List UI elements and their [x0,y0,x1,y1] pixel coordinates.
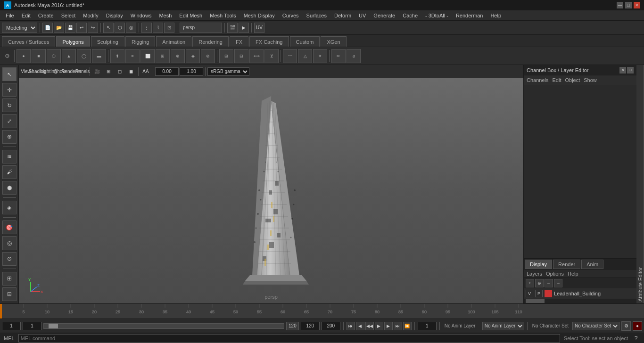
shelf-cube-icon[interactable]: ■ [32,49,46,63]
show-link[interactable]: Show [584,77,597,83]
auto-key-button[interactable]: ● [633,321,642,331]
shelf-reduce-icon[interactable]: △ [298,49,312,63]
shelf-combine-icon[interactable]: ⊞ [219,49,233,63]
paint-button-lt[interactable]: 🖌 [2,165,17,179]
shelf-cylinder-icon[interactable]: ⬡ [47,49,61,63]
snap-point-button[interactable]: ⊡ [164,23,174,33]
tab-sculpting[interactable]: Sculpting [91,36,124,47]
shelf-insert-icon[interactable]: ⊞ [156,49,170,63]
channel-box-close-icon[interactable]: ✕ [619,67,626,74]
current-frame-input[interactable] [2,322,21,330]
render-button[interactable]: 🎬 [227,23,238,33]
remove-from-layer-button[interactable]: → [554,279,562,287]
shelf-bridge-icon[interactable]: ≡ [125,49,140,63]
no-live-surface-button[interactable]: persp [180,23,222,33]
shelf-sculpt-icon[interactable]: ✏ [331,49,346,63]
menu-item-deform[interactable]: Deform [330,10,355,21]
menu-item-mesh[interactable]: Mesh [155,10,175,21]
char-set-selector[interactable]: No Character Set [572,322,619,330]
menu-item-select[interactable]: Select [58,10,80,21]
menu-item-modify[interactable]: Modify [79,10,102,21]
tab-fx-caching[interactable]: FX Caching [249,36,289,47]
tab-polygons[interactable]: Polygons [56,36,90,47]
mel-input[interactable] [18,334,560,343]
status-help-icon[interactable]: ? [632,334,640,343]
shelf-connect-icon[interactable]: ⊗ [201,49,215,63]
viewport-menu-panels[interactable]: Panels [77,66,88,77]
paint-button[interactable]: ◎ [126,23,136,33]
snap-together-button[interactable]: ⊟ [2,287,17,301]
menu-item-renderman[interactable]: Renderman [452,10,487,21]
shelf-separate-icon[interactable]: ⊟ [234,49,248,63]
attribute-editor-tab[interactable]: Attribute Editor [636,65,644,303]
shelf-relax-icon[interactable]: ⌀ [347,49,361,63]
menu-item-uv[interactable]: UV [355,10,370,21]
menu-item-display[interactable]: Display [102,10,127,21]
tab-fx[interactable]: FX [230,36,248,47]
play-backward-button[interactable]: ◀◀ [365,322,374,330]
channel-box-float-icon[interactable]: □ [627,67,634,74]
select-tool-button[interactable]: ↖ [2,67,17,81]
frame-slider-thumb[interactable] [49,324,58,328]
menu-item-help[interactable]: Help [487,10,505,21]
playblast-button[interactable]: ▶ [239,23,249,33]
camera-film-button[interactable]: 🎥 [92,66,102,77]
shelf-cleanup-icon[interactable]: ✦ [313,49,327,63]
help-link[interactable]: Help [568,271,578,277]
lasso-lt-button[interactable]: ⬢ [2,181,17,195]
menu-item-edit[interactable]: Edit [18,10,34,21]
menu-item-cache[interactable]: Cache [399,10,421,21]
shelf-bevel-icon[interactable]: ◈ [186,49,200,63]
uv-editor-button[interactable]: UV [254,23,264,33]
rotate-tool-button[interactable]: ↻ [2,98,17,112]
new-scene-button[interactable]: 📄 [42,23,53,33]
range-start-input[interactable] [23,322,41,330]
current-frame-right-input[interactable] [418,322,437,330]
menu-item-mesh-tools[interactable]: Mesh Tools [206,10,239,21]
jump-end-button[interactable]: ⏭ [394,322,402,330]
menu-item-file[interactable]: File [2,10,18,21]
soft-select-button[interactable]: ≋ [2,150,17,163]
shelf-mirror-icon[interactable]: ⟺ [249,49,264,63]
play-forward-button[interactable]: ▶ [375,322,383,330]
tab-curves-surfaces[interactable]: Curves / Surfaces [2,36,55,47]
tab-rendering[interactable]: Rendering [192,36,229,47]
layers-link[interactable]: Layers [527,271,542,277]
viewport-aa-button[interactable]: AA [140,66,151,77]
viewport-wireframe-button[interactable]: ◻ [115,66,125,77]
display-tab-anim[interactable]: Anim [581,260,603,269]
shelf-fill-icon[interactable]: ⬜ [140,49,155,63]
shelf-sphere-icon[interactable]: ● [17,49,31,63]
channels-link[interactable]: Channels [527,77,548,83]
viewport-grid-button[interactable]: ⊞ [103,66,114,77]
scrollbar-thumb[interactable] [526,299,545,303]
viewport-menu-renderer[interactable]: Renderer [66,66,76,77]
undo-button[interactable]: ↩ [76,23,87,33]
menu-item---3dtoall--[interactable]: - 3DtoAll - [421,10,452,21]
scale-tool-button[interactable]: ⤢ [2,114,17,128]
save-scene-button[interactable]: 💾 [65,23,75,33]
display-tab-display[interactable]: Display [525,260,552,269]
shelf-extrude-icon[interactable]: ⬆ [110,49,124,63]
prev-frame-button[interactable]: ◀ [356,322,364,330]
timeline-playhead[interactable] [0,304,2,319]
open-scene-button[interactable]: 📂 [54,23,64,33]
gamma-selector[interactable]: sRGB gamma [207,67,249,76]
loop-button[interactable]: ⏩ [403,322,412,330]
viewport-shaded-button[interactable]: ◼ [126,66,136,77]
layer-playback-button[interactable]: P [535,290,543,297]
jump-start-button[interactable]: ⏮ [347,322,355,330]
quick-layout-button[interactable]: ⊞ [2,272,17,286]
shelf-plane-icon[interactable]: ▬ [92,49,106,63]
tab-custom[interactable]: Custom [290,36,320,47]
maximize-button[interactable]: □ [625,2,632,8]
viewport-menu-lighting[interactable]: Lighting [43,66,54,77]
shelf-gear-icon[interactable]: ⚙ [2,51,12,61]
edit-link[interactable]: Edit [552,77,561,83]
camera-dolly-button[interactable]: ◎ [2,236,17,250]
timeline-ruler[interactable]: 5 10 15 20 25 30 35 40 45 50 55 60 65 70… [0,304,644,319]
menu-item-edit-mesh[interactable]: Edit Mesh [175,10,206,21]
menu-item-curves[interactable]: Curves [279,10,303,21]
viewport-coord-y[interactable] [180,67,203,76]
remove-layer-button[interactable]: ← [545,279,553,287]
